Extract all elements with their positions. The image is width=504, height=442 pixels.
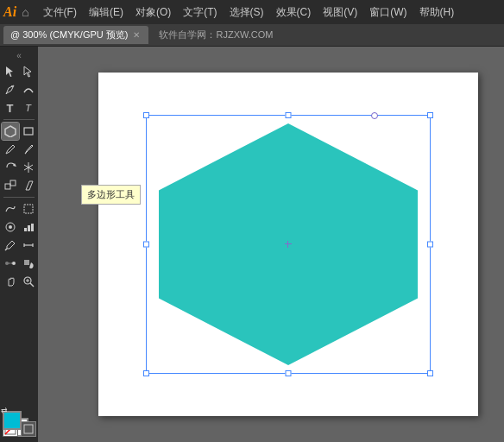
polygon-tool-button[interactable] (2, 123, 19, 140)
tool-row-7 (0, 177, 38, 194)
hexagon-svg (146, 115, 431, 374)
menu-bar: 文件(F) 编辑(E) 对象(O) 文字(T) 选择(S) 效果(C) 视图(V… (38, 3, 501, 22)
menu-window[interactable]: 窗口(W) (364, 3, 412, 22)
menu-text[interactable]: 文字(T) (178, 3, 222, 22)
svg-rect-9 (24, 205, 33, 213)
canvas-area[interactable]: 多边形工具 (38, 47, 504, 442)
svg-rect-12 (24, 228, 27, 231)
hexagon-shape[interactable] (146, 115, 431, 374)
zoom-tool-button[interactable] (20, 273, 37, 290)
curvature-tool-button[interactable] (20, 81, 37, 98)
tab-label: @ 300% (CMYK/GPU 预览) (10, 28, 128, 41)
tool-row-10 (0, 237, 38, 254)
column-graph-tool-button[interactable] (20, 218, 37, 236)
shear-tool-button[interactable] (20, 177, 37, 194)
scale-tool-button[interactable] (2, 177, 19, 194)
tool-row-2 (0, 81, 38, 98)
tool-separator-2 (3, 197, 35, 198)
menu-help[interactable]: 帮助(H) (414, 3, 460, 22)
rectangle-tool-button[interactable] (20, 123, 37, 140)
pen-tool-button[interactable] (2, 81, 19, 98)
menu-file[interactable]: 文件(F) (38, 3, 82, 22)
titlebar: Ai ⌂ 文件(F) 编辑(E) 对象(O) 文字(T) 选择(S) 效果(C)… (0, 0, 504, 24)
tool-row-6 (0, 159, 38, 176)
svg-rect-7 (5, 184, 10, 189)
tool-row-12 (0, 273, 38, 290)
tool-row-9 (0, 218, 38, 236)
tool-row-3: T T (0, 99, 38, 117)
svg-point-20 (12, 262, 16, 265)
svg-marker-0 (6, 66, 13, 77)
warp-tool-button[interactable] (2, 200, 19, 218)
toolbar-sidebar: « T T (0, 47, 38, 442)
selection-tool-button[interactable] (2, 63, 19, 80)
artboard (98, 73, 478, 416)
tool-row-11 (0, 255, 38, 272)
menu-view[interactable]: 视图(V) (318, 3, 362, 22)
svg-rect-13 (28, 225, 30, 231)
tool-row-5 (0, 141, 38, 158)
vertical-type-tool-button[interactable]: T (20, 99, 37, 117)
menu-select[interactable]: 选择(S) (224, 3, 269, 22)
measure-tool-button[interactable] (20, 237, 37, 254)
svg-point-2 (11, 85, 13, 87)
eyedropper-tool-button[interactable] (2, 237, 19, 254)
svg-line-15 (5, 249, 7, 250)
reflect-tool-button[interactable] (20, 159, 37, 176)
free-transform-tool-button[interactable] (20, 200, 37, 218)
svg-rect-8 (10, 180, 16, 186)
tab-close-button[interactable]: ✕ (131, 30, 142, 40)
sidebar-collapse[interactable]: « (0, 48, 38, 62)
pencil-tool-button[interactable] (2, 141, 19, 158)
live-paint-bucket-button[interactable] (20, 255, 37, 272)
main-layout: « T T (0, 47, 504, 442)
swap-colors-icon[interactable]: ⇄ (1, 406, 8, 414)
svg-rect-4 (24, 128, 33, 135)
active-tab[interactable]: @ 300% (CMYK/GPU 预览) ✕ (3, 26, 148, 44)
tool-row-8 (0, 200, 38, 218)
svg-marker-1 (24, 66, 31, 77)
menu-object[interactable]: 对象(O) (130, 3, 176, 22)
tool-row-1 (0, 63, 38, 80)
screen-mode-icon[interactable] (21, 421, 36, 437)
type-tool-button[interactable]: T (2, 99, 19, 117)
svg-point-11 (9, 225, 12, 229)
svg-point-19 (5, 262, 9, 265)
svg-marker-29 (159, 123, 418, 365)
blend-tool-button[interactable] (2, 255, 19, 272)
svg-marker-3 (5, 126, 16, 137)
svg-rect-28 (24, 425, 33, 433)
site-info: 软件自学网：RJZXW.COM (159, 28, 501, 41)
paintbrush-tool-button[interactable] (20, 141, 37, 158)
symbol-tool-button[interactable] (2, 218, 19, 236)
hand-tool-button[interactable] (2, 273, 19, 290)
svg-line-23 (30, 283, 34, 287)
tool-row-4 (0, 123, 38, 140)
menu-effect[interactable]: 效果(C) (271, 3, 317, 22)
tabbar: @ 300% (CMYK/GPU 预览) ✕ 软件自学网：RJZXW.COM (0, 24, 504, 47)
direct-selection-tool-button[interactable] (20, 63, 37, 80)
home-icon[interactable]: ⌂ (22, 5, 28, 19)
menu-edit[interactable]: 编辑(E) (84, 3, 129, 22)
tool-separator-1 (3, 119, 35, 120)
app-logo: Ai (3, 4, 16, 20)
rotate-tool-button[interactable] (2, 159, 19, 176)
svg-rect-14 (31, 224, 34, 231)
